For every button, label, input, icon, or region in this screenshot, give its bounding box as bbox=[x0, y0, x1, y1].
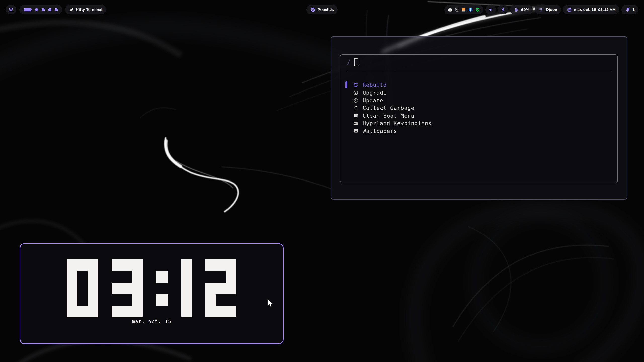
clock-date: mar. oct. 15 bbox=[20, 318, 283, 324]
wifi-icon bbox=[539, 7, 544, 12]
selection-indicator bbox=[345, 97, 347, 104]
calendar-icon bbox=[567, 7, 572, 12]
desktop: Kitty Terminal Peaches K 69% Djoon mar. … bbox=[0, 0, 644, 362]
launcher-item-label: Wallpapers bbox=[363, 128, 397, 134]
keyboard-icon bbox=[353, 120, 359, 126]
launcher-item-label: Hyprland Keybindings bbox=[363, 120, 432, 126]
workspace-5[interactable] bbox=[55, 8, 58, 11]
tray-orange-square-icon[interactable] bbox=[461, 7, 466, 12]
workspace-4[interactable] bbox=[48, 8, 51, 11]
network-ssid: Djoon bbox=[546, 7, 557, 12]
search-underline bbox=[346, 71, 611, 71]
launcher-item-label: Rebuild bbox=[363, 82, 387, 88]
system-tray: K bbox=[444, 5, 483, 14]
refresh-icon bbox=[353, 82, 359, 88]
history-icon bbox=[353, 98, 359, 103]
media-title: Peaches bbox=[318, 7, 334, 12]
selection-indicator bbox=[345, 112, 347, 119]
speaker-icon bbox=[488, 7, 493, 12]
launcher-item-label: Clean Boot Menu bbox=[363, 113, 414, 119]
launcher-item-label: Collect Garbage bbox=[363, 105, 414, 111]
launcher-item-rebuild[interactable]: Rebuild bbox=[340, 81, 617, 89]
launcher-item-update[interactable]: Update bbox=[340, 97, 617, 104]
launcher-list: RebuildUpgradeUpdateCollect GarbageClean… bbox=[340, 81, 617, 135]
launcher-item-label: Update bbox=[363, 97, 383, 104]
gear-snowflake-icon bbox=[8, 7, 14, 12]
download-circle-icon bbox=[353, 90, 359, 96]
datetime-pill[interactable]: mar. oct. 15 03:12 AM bbox=[563, 5, 619, 14]
tray-spotify-icon[interactable] bbox=[475, 7, 480, 12]
topbar-center: Peaches bbox=[306, 5, 338, 14]
tray-camera-ring-icon[interactable] bbox=[448, 7, 452, 12]
mouse-cursor-icon bbox=[267, 299, 274, 308]
notifications-pill[interactable]: 1 bbox=[621, 5, 638, 14]
launcher-item-upgrade[interactable]: Upgrade bbox=[340, 89, 617, 97]
cat-icon bbox=[69, 7, 74, 12]
launcher-button[interactable] bbox=[6, 5, 16, 14]
selection-indicator bbox=[345, 81, 347, 88]
trash-icon bbox=[353, 105, 359, 111]
clock-digit-3 bbox=[112, 259, 143, 317]
launcher-item-clean-boot-menu[interactable]: Clean Boot Menu bbox=[340, 112, 617, 120]
topbar-left: Kitty Terminal bbox=[6, 5, 106, 14]
launcher-item-label: Upgrade bbox=[363, 89, 387, 96]
clock-digit-0 bbox=[67, 259, 98, 317]
selection-indicator bbox=[345, 89, 347, 96]
datetime-label: mar. oct. 15 03:12 AM bbox=[574, 7, 616, 12]
launcher-item-hyprland-keybindings[interactable]: Hyprland Keybindings bbox=[340, 120, 617, 127]
clock-widget: mar. oct. 15 bbox=[20, 243, 284, 344]
launcher-item-wallpapers[interactable]: Wallpapers bbox=[340, 127, 617, 135]
launcher-item-collect-garbage[interactable]: Collect Garbage bbox=[340, 104, 617, 112]
workspace-1-active[interactable] bbox=[24, 8, 32, 11]
tray-k-square-icon[interactable]: K bbox=[455, 8, 459, 12]
clock-colon bbox=[156, 259, 168, 317]
active-window-title: Kitty Terminal bbox=[76, 7, 102, 12]
svg-text:K: K bbox=[456, 9, 457, 11]
battery-percent: 69% bbox=[521, 7, 529, 12]
clock-time bbox=[20, 259, 283, 317]
bell-icon bbox=[625, 7, 630, 12]
volume-pill[interactable] bbox=[485, 5, 496, 14]
clock-digit-2 bbox=[205, 259, 236, 317]
network-pill[interactable]: Djoon bbox=[535, 5, 561, 14]
music-spotify-icon bbox=[310, 7, 315, 12]
battery-pill[interactable]: 69% bbox=[510, 5, 533, 14]
selection-indicator bbox=[345, 105, 347, 112]
bluetooth-pill[interactable] bbox=[498, 5, 508, 14]
selection-indicator bbox=[345, 127, 347, 134]
launcher-panel: / RebuildUpgradeUpdateCollect GarbageCle… bbox=[331, 36, 627, 200]
media-pill[interactable]: Peaches bbox=[306, 5, 338, 14]
workspaces bbox=[19, 5, 62, 14]
image-icon bbox=[353, 128, 359, 134]
text-cursor bbox=[354, 58, 358, 66]
selection-indicator bbox=[345, 120, 347, 127]
battery-icon bbox=[514, 7, 519, 12]
list-icon bbox=[353, 113, 359, 119]
tray-bluetooth-icon[interactable] bbox=[468, 7, 473, 12]
notification-count: 1 bbox=[632, 7, 635, 12]
search-prompt: / bbox=[347, 59, 350, 66]
workspace-3[interactable] bbox=[42, 8, 45, 11]
launcher-window: / RebuildUpgradeUpdateCollect GarbageCle… bbox=[340, 54, 618, 183]
workspace-2[interactable] bbox=[35, 8, 38, 11]
clock-digit-1 bbox=[181, 259, 192, 317]
active-window-pill[interactable]: Kitty Terminal bbox=[65, 5, 106, 14]
topbar-right: K 69% Djoon mar. oct. 15 03:12 AM 1 bbox=[444, 5, 638, 14]
launcher-search-input[interactable]: / bbox=[347, 58, 358, 66]
bluetooth-icon bbox=[501, 7, 505, 12]
